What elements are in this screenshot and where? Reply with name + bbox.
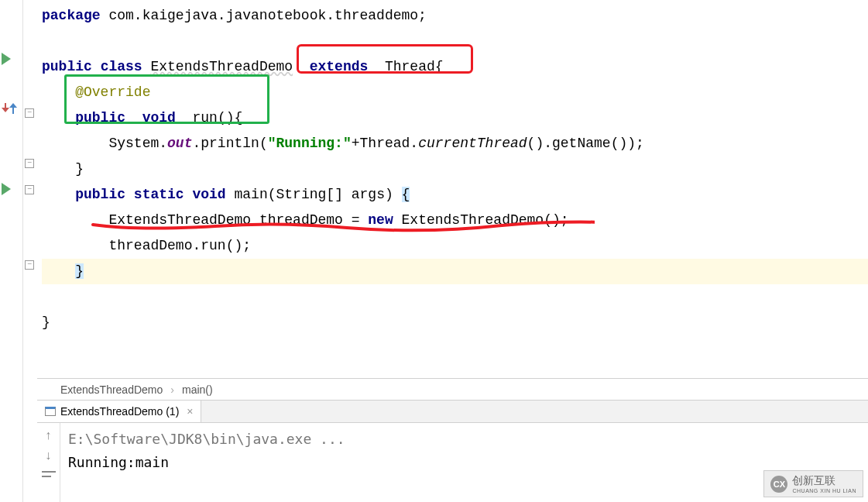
console-output[interactable]: E:\Software\JDK8\bin\java.exe ... Runnin… (60, 423, 868, 502)
scroll-up-icon[interactable]: ↑ (42, 429, 56, 443)
keyword-public: public (75, 110, 125, 126)
close-icon[interactable]: × (187, 405, 193, 418)
brace: } (42, 315, 50, 330)
fold-toggle-icon[interactable]: − (25, 185, 34, 194)
method-getname: getName (552, 136, 611, 151)
run-tab-bar: ExtendsThreadDemo (1) × (37, 400, 868, 423)
watermark-subtext: CHUANG XIN HU LIAN (792, 488, 856, 493)
fold-toggle-icon[interactable]: − (25, 159, 34, 168)
watermark: CX 创新互联 CHUANG XIN HU LIAN (763, 470, 863, 497)
method-currentthread: currentThread (418, 136, 527, 151)
breadcrumb-class[interactable]: ExtendsThreadDemo (60, 383, 163, 396)
ident-system: System (108, 136, 159, 151)
superclass-name: Thread (385, 59, 435, 74)
fold-toggle-icon[interactable]: − (25, 108, 34, 118)
ctor-call: ExtendsThreadDemo (402, 212, 544, 228)
method-run: run (192, 110, 217, 126)
keyword-public: public (42, 59, 92, 74)
watermark-logo-icon: CX (770, 476, 787, 493)
console-toolbar: ↑ ↓ (37, 423, 60, 502)
method-println: println (201, 136, 259, 151)
soft-wrap-icon[interactable] (42, 469, 56, 483)
keyword-class: class (101, 59, 142, 74)
console-line: Running:main (68, 451, 860, 474)
run-gutter-icon[interactable] (2, 53, 17, 68)
run-config-icon (45, 407, 56, 416)
keyword-public: public (75, 187, 125, 202)
console-area: ↑ ↓ E:\Software\JDK8\bin\java.exe ... Ru… (37, 423, 868, 502)
keyword-static: static (134, 187, 184, 202)
keyword-new: new (368, 212, 393, 228)
watermark-text: 创新互联 (792, 474, 856, 488)
class-name: ExtendsThreadDemo (150, 59, 293, 74)
matched-brace: } (75, 263, 84, 279)
run-main-icon[interactable] (2, 183, 17, 198)
run-tab[interactable]: ExtendsThreadDemo (1) × (37, 401, 201, 422)
main-area: package com.kaigejava.javanotebook.threa… (37, 0, 868, 502)
override-down-icon[interactable] (2, 103, 17, 119)
breadcrumb-sep-icon: › (170, 383, 174, 396)
fold-gutter: − − − − (23, 0, 37, 502)
method-main: main (235, 187, 268, 202)
brace: } (75, 161, 84, 177)
main-params: (String[] args) (268, 187, 393, 202)
keyword-void: void (192, 187, 225, 202)
keyword-extends: extends (310, 59, 369, 74)
package-path: com.kaigejava.javanotebook.threaddemo; (101, 8, 427, 23)
editor-gutter (0, 0, 23, 502)
breadcrumb: ExtendsThreadDemo › main() (37, 378, 868, 400)
code-editor[interactable]: package com.kaigejava.javanotebook.threa… (37, 0, 868, 378)
var-name: threadDemo (259, 212, 343, 228)
annotation-override: @Override (75, 84, 150, 100)
keyword-void: void (142, 110, 176, 126)
scroll-down-icon[interactable]: ↓ (42, 449, 56, 463)
matched-brace: { (402, 187, 410, 202)
breadcrumb-method[interactable]: main() (182, 383, 213, 396)
tab-label: ExtendsThreadDemo (1) (60, 405, 179, 418)
invoke-run: threadDemo.run(); (108, 238, 251, 253)
brace: { (435, 59, 444, 74)
ident-thread: Thread (360, 136, 410, 151)
keyword-package: package (42, 8, 101, 23)
console-command: E:\Software\JDK8\bin\java.exe ... (68, 428, 860, 451)
var-type: ExtendsThreadDemo (108, 212, 251, 228)
fold-toggle-icon[interactable]: − (25, 260, 34, 270)
string-running: "Running:" (268, 136, 352, 151)
field-out: out (167, 136, 192, 151)
brace: { (234, 110, 242, 126)
